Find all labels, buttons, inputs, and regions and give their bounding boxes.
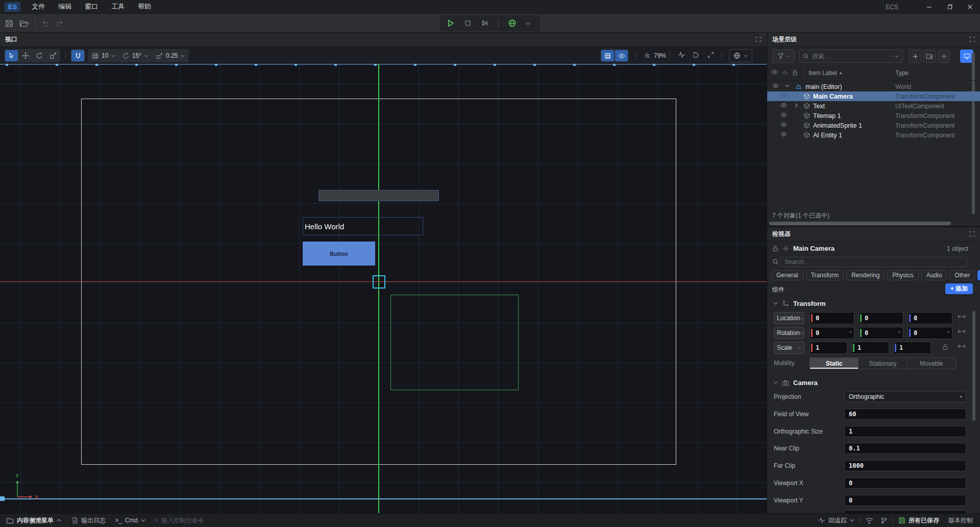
chevron-down-icon[interactable] [785,84,790,87]
field-of-view-input[interactable]: 60 [844,409,966,420]
hierarchy-search[interactable] [799,50,903,63]
rotation-snap-dropdown[interactable]: 15° [118,49,153,62]
tree-row-main[interactable]: main (Editor) World [767,82,980,91]
scale-z-field[interactable]: 1 [893,342,931,354]
chevron-right-icon[interactable] [795,103,798,108]
save-icon[interactable] [5,19,13,28]
eye-icon[interactable] [780,112,787,117]
filter-button[interactable] [772,50,795,63]
hierarchy-search-input[interactable] [812,53,892,60]
tab-audio[interactable]: Audio [921,270,947,280]
eye-icon[interactable] [772,83,779,88]
tab-all[interactable]: All [977,270,980,280]
tree-row-animatedsprite[interactable]: AnimatedSprite 1 TransformComponent [767,121,980,130]
tab-transform[interactable]: Transform [806,270,844,280]
tree-row-ai-entity[interactable]: AI Entity 1 TransformComponent [767,130,980,140]
tree-row-text[interactable]: Text UITextComponent [767,101,980,111]
far-clip-input[interactable]: 1000 [844,460,966,471]
tab-general[interactable]: General [771,270,803,280]
near-clip-input[interactable]: 0.1 [844,443,966,454]
cmd-dropdown[interactable]: >_ Cmd [115,517,145,524]
rotation-y-field[interactable]: 0° [859,327,903,339]
settings-button[interactable] [938,50,950,63]
link-axes-icon[interactable] [958,314,966,319]
mobility-movable[interactable]: Movable [908,358,955,369]
favorite-column-icon[interactable]: ☆ [782,69,788,77]
undo-icon[interactable] [41,19,50,27]
menu-help[interactable]: 帮助 [138,2,151,11]
console-input[interactable]: > 输入控制台命令 [155,516,204,525]
add-component-button[interactable]: + 添加 [945,283,973,294]
rotate-tool-button[interactable] [33,50,45,61]
viewport-y-input[interactable]: 0 [844,495,966,506]
fullscreen-icon[interactable] [707,52,714,58]
tree-row-main-camera[interactable]: Main Camera TransformComponent [767,91,980,101]
eye-icon[interactable] [780,103,787,108]
move-tool-button[interactable] [19,50,32,61]
menu-tools[interactable]: 工具 [111,2,125,11]
add-entity-button[interactable] [909,50,921,63]
expand-panel-icon[interactable] [969,36,975,42]
step-icon[interactable] [481,19,489,27]
sort-ascending-icon[interactable]: ▲ [839,70,843,75]
chevron-down-icon[interactable] [526,22,530,25]
grid-snap-dropdown[interactable]: 10 [88,49,119,62]
expand-panel-icon[interactable] [969,231,975,237]
close-button[interactable] [960,0,980,14]
column-item-label[interactable]: Item Label [808,69,837,77]
scene-canvas[interactable]: Hello World Button Y X [0,47,767,513]
network-icon[interactable] [865,517,873,524]
lock-scale-icon[interactable] [942,344,948,350]
open-folder-icon[interactable] [19,19,29,28]
tree-row-tilemap[interactable]: Tilemap 1 TransformComponent [767,111,980,121]
globe-run-icon[interactable] [508,19,517,28]
gear-icon[interactable] [782,245,789,252]
grid-toggle-button[interactable] [601,50,614,61]
ui-slider-element[interactable] [318,190,439,201]
transform-section-header[interactable]: Transform [767,296,980,310]
scale-x-field[interactable]: 1 [810,342,847,354]
location-z-field[interactable]: 0 [908,312,952,324]
scale-snap-dropdown[interactable]: 0.25 [152,49,189,62]
scale-dropdown[interactable]: Scale [774,342,804,354]
mobility-static[interactable]: Static [810,358,859,369]
git-branch-icon[interactable] [880,517,888,524]
eye-icon[interactable] [780,132,787,137]
mobility-stationary[interactable]: Stationary [859,358,907,369]
backtrace-dropdown[interactable]: 回追踪 [818,516,854,525]
column-type[interactable]: Type [895,69,909,77]
lock-icon[interactable] [772,245,778,252]
tab-other[interactable]: Other [949,270,975,280]
location-y-field[interactable]: 0 [859,312,903,324]
hierarchy-hscrollbar[interactable] [769,222,951,225]
maximize-button[interactable] [939,0,960,14]
select-tool-button[interactable] [5,50,18,61]
visibility-toggle-button[interactable] [615,50,628,61]
redo-icon[interactable] [56,19,64,27]
location-dropdown[interactable]: Location [774,312,804,324]
zoom-level[interactable]: 79% [644,49,666,62]
expand-panel-icon[interactable] [755,36,762,42]
menu-window[interactable]: 窗口 [85,2,98,11]
link-axes-icon[interactable] [958,344,966,349]
eye-icon[interactable] [780,93,787,98]
output-log-button[interactable]: 输出日志 [72,516,106,525]
world-dropdown[interactable] [729,49,752,62]
lock-column-icon[interactable] [792,69,798,76]
scale-y-field[interactable]: 1 [851,342,889,354]
reset-view-icon[interactable] [692,52,699,59]
camera-section-header[interactable]: Camera [767,375,980,390]
projection-dropdown[interactable]: Orthographic ▾ [844,391,966,402]
menu-edit[interactable]: 编辑 [58,2,71,11]
menu-file[interactable]: 文件 [32,2,45,11]
ui-button-element[interactable]: Button [303,242,375,266]
eye-icon[interactable] [780,122,787,127]
visibility-column-icon[interactable] [771,69,778,75]
save-status[interactable]: 所有已保存 [898,516,939,525]
rotation-dropdown[interactable]: Rotation [774,327,804,339]
version-control-button[interactable]: 版本控制 [948,516,973,525]
activity-icon[interactable] [678,52,685,58]
rotation-x-field[interactable]: 0° [810,327,854,339]
play-icon[interactable] [446,19,455,28]
inspector-scrollbar[interactable] [972,311,975,421]
